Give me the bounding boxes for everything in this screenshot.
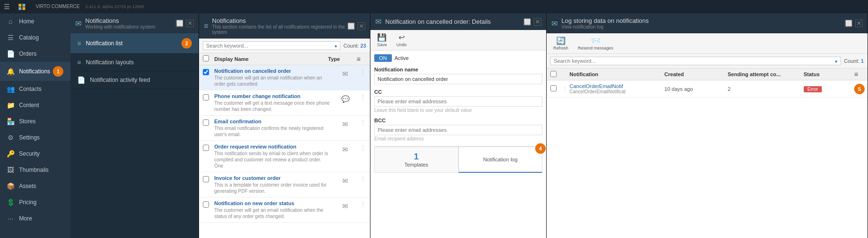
tab-templates[interactable]: 1 Templates xyxy=(374,147,459,173)
menu-item-notification-layouts[interactable]: ≡ Notification layouts xyxy=(70,54,199,71)
row-menu-invoice[interactable]: ⋮ xyxy=(359,175,366,183)
panel4-subtitle: View notification log xyxy=(561,24,649,30)
sidebar-item-pricing[interactable]: 💲 Pricing xyxy=(0,194,70,210)
panel4-header-left: ✉ Log storing data on notifications View… xyxy=(551,17,649,30)
sidebar-item-security[interactable]: 🔑 Security xyxy=(0,146,70,162)
log-row-menu-icon[interactable]: ⋮ xyxy=(562,86,568,92)
panel1-header-icon: ✉ xyxy=(75,19,81,28)
panel2-search-box: ● xyxy=(203,41,340,50)
list-item-invoice[interactable]: Invoice for customer order This is a tem… xyxy=(199,172,370,198)
panel2-count-label: Count: 23 xyxy=(343,43,366,49)
log-row-cancel[interactable]: ⋮ CancelOrderEmailNotif CancelOrderEmail… xyxy=(547,80,868,98)
log-row-checkbox[interactable] xyxy=(550,85,557,91)
panel1-restore-button[interactable]: ⬜ xyxy=(176,20,183,27)
row-checkbox-review[interactable] xyxy=(203,145,209,151)
sidebar-item-orders[interactable]: 📄 Orders xyxy=(0,46,70,62)
row-title-cancel: Notification on cancelled order xyxy=(214,68,331,74)
list-menu-icon[interactable]: ≡ xyxy=(357,55,360,63)
panel2-close-button[interactable]: ✕ xyxy=(358,22,365,30)
panel4-search-input[interactable] xyxy=(554,58,833,64)
row-type-email: ✉ xyxy=(331,119,359,128)
notification-log-label: Notification log xyxy=(483,157,518,162)
row-menu-cancel[interactable]: ⋮ xyxy=(359,68,366,76)
menu-item-notification-list[interactable]: ≡ Notification list 2 xyxy=(70,33,199,54)
row-dots-review: ⋮ xyxy=(359,144,366,151)
row-type-new-order: ✉ xyxy=(331,200,359,210)
list-item-email-confirm[interactable]: Email confirmation This email notificati… xyxy=(199,116,370,141)
sidebar-item-home[interactable]: ⌂ Home xyxy=(0,13,70,30)
undo-button[interactable]: ↩ Undo xyxy=(394,32,410,48)
contacts-icon: 👥 xyxy=(7,85,14,93)
cc-label: CC xyxy=(374,89,542,95)
list-item-cancel-order[interactable]: Notification on cancelled order The cust… xyxy=(199,65,370,90)
resend-button[interactable]: 📨 Resend messages xyxy=(575,35,617,51)
hamburger-icon[interactable]: ☰ xyxy=(4,3,10,10)
sidebar-item-security-label: Security xyxy=(19,150,40,157)
panel4-restore-button[interactable]: ⬜ xyxy=(845,20,852,27)
menu-item-notification-activity-feed[interactable]: 📄 Notification activity feed xyxy=(70,71,199,89)
row-desc-phone: The customer will get a text message onc… xyxy=(214,100,331,112)
log-notif-main: CancelOrderEmailNotif xyxy=(569,83,664,89)
sidebar-item-content[interactable]: 📁 Content xyxy=(0,97,70,113)
row-checkbox-invoice[interactable] xyxy=(203,176,209,182)
panel4-search-clear-icon[interactable]: ● xyxy=(835,59,838,64)
content-icon: 📁 xyxy=(7,101,14,109)
sidebar-item-thumbnails[interactable]: 🖼 Thumbnails xyxy=(0,162,70,178)
search-clear-icon[interactable]: ● xyxy=(334,43,337,49)
row-dots-email: ⋮ xyxy=(359,119,366,126)
notification-name-input[interactable] xyxy=(374,74,542,84)
row-content-email: Email confirmation This email notificati… xyxy=(214,119,331,138)
sidebar-item-notifications[interactable]: 🔔 Notifications 1 xyxy=(0,62,70,81)
save-button[interactable]: 💾 Save xyxy=(374,32,390,48)
log-list-menu-icon[interactable]: ≡ xyxy=(854,70,858,78)
cc-input[interactable] xyxy=(374,96,542,107)
row-menu-email[interactable]: ⋮ xyxy=(359,119,366,126)
select-all-checkbox[interactable] xyxy=(203,55,209,61)
panel2-restore-button[interactable]: ⬜ xyxy=(347,22,355,30)
sidebar-item-settings[interactable]: ⚙ Settings xyxy=(0,129,70,146)
panel3-close-button[interactable]: ✕ xyxy=(534,18,541,26)
panel2-header-text: Notifications This section contains the … xyxy=(212,17,347,35)
list-item-new-order[interactable]: Notification on new order status The cus… xyxy=(199,198,370,223)
sidebar-item-stores[interactable]: 🏪 Stores xyxy=(0,113,70,129)
refresh-label: Refresh xyxy=(553,46,569,50)
sidebar-item-contacts[interactable]: 👥 Contacts xyxy=(0,81,70,97)
panel1-body: ≡ Notification list 2 ≡ Notification lay… xyxy=(70,33,199,238)
panel4-close-button[interactable]: ✕ xyxy=(855,20,863,27)
row-menu-new-order[interactable]: ⋮ xyxy=(359,200,366,208)
bcc-input[interactable] xyxy=(374,125,542,135)
security-icon: 🔑 xyxy=(7,150,14,158)
refresh-button[interactable]: 🔄 Refresh xyxy=(550,35,571,51)
templates-count: 1 xyxy=(414,152,419,162)
panel3-header: ✉ Notification on cancelled order: Detai… xyxy=(370,13,546,30)
row-dots-cancel: ⋮ xyxy=(359,68,366,76)
active-toggle-button[interactable]: ON xyxy=(374,54,392,62)
row-menu-phone[interactable]: ⋮ xyxy=(359,93,366,101)
row-checkbox-new-order[interactable] xyxy=(203,201,209,208)
row-checkbox-phone[interactable] xyxy=(203,94,209,100)
row-menu-review[interactable]: ⋮ xyxy=(359,144,366,151)
list-item-order-review[interactable]: Order request review notification This n… xyxy=(199,141,370,172)
panel3-restore-button[interactable]: ⬜ xyxy=(523,18,531,26)
email-type-icon-4: ✉ xyxy=(342,146,348,153)
panel1-header-left: ✉ Notifications Working with notificatio… xyxy=(75,17,155,30)
sidebar-item-catalog[interactable]: ☰ Catalog xyxy=(0,30,70,46)
panel4-title: Log storing data on notifications xyxy=(561,17,649,24)
panel1-close-button[interactable]: ✕ xyxy=(186,20,194,27)
tab-notification-log[interactable]: Notification log 4 xyxy=(459,147,543,173)
email-type-icon-3: ✉ xyxy=(342,120,348,128)
pricing-icon: 💲 xyxy=(7,198,14,206)
log-select-all[interactable] xyxy=(550,71,557,77)
sidebar-item-more[interactable]: ··· More xyxy=(0,210,70,227)
email-type-icon-6: ✉ xyxy=(342,202,348,210)
menu-notification-layouts-label: Notification layouts xyxy=(86,59,134,66)
row-checkbox-cancel[interactable] xyxy=(203,69,209,75)
content-area: ✉ Notifications Working with notificatio… xyxy=(70,13,868,238)
list-item-phone-change[interactable]: Phone number change notification The cus… xyxy=(199,90,370,116)
panel2-search-input[interactable] xyxy=(206,43,332,49)
row-checkbox-email[interactable] xyxy=(203,119,209,126)
row-desc-new-order: The customer will get an email notificat… xyxy=(214,207,331,219)
sidebar-item-more-label: More xyxy=(19,215,32,222)
sidebar-item-assets[interactable]: 📦 Assets xyxy=(0,178,70,194)
row-desc-email: This email notification confirms the new… xyxy=(214,125,331,138)
